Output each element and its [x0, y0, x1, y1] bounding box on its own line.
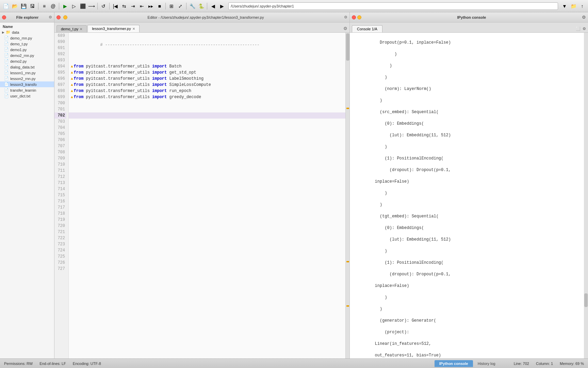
back-nav-icon[interactable]: ◀ — [209, 2, 217, 10]
warning-icon-694: ▲ — [71, 63, 73, 70]
tab-ipython-console[interactable]: IPython console — [435, 360, 473, 367]
code-line-721 — [69, 229, 345, 235]
new-file-icon[interactable]: 📄 — [2, 2, 10, 10]
editor-tab-actions: ⚙ — [343, 26, 347, 32]
path-bar[interactable]: /Users/zhudejun/.spyder-py3/chapter1 — [228, 2, 558, 10]
reload-icon[interactable]: ↺ — [100, 2, 107, 10]
bottom-tab-history-label: History log — [478, 362, 495, 366]
line-num-698: 698 — [54, 88, 66, 94]
status-permissions: Permissions: RW — [4, 362, 33, 366]
maximize-icon[interactable]: ⤢ — [177, 2, 184, 10]
code-content[interactable]: # --------------------------------------… — [69, 33, 345, 358]
tab-lesson3[interactable]: lesson3_transformer.py ✕ — [87, 25, 139, 32]
file-label: demo1.py — [10, 48, 27, 52]
path-dropdown-icon[interactable]: ▼ — [561, 2, 568, 10]
tab-console-1a[interactable]: Console 1/A — [352, 25, 382, 32]
forward-nav-icon[interactable]: ▶ — [218, 2, 226, 10]
console-scrollbar[interactable] — [584, 33, 588, 358]
fullscreen-icon[interactable]: ⊞ — [168, 2, 175, 10]
code-line-706 — [69, 137, 345, 143]
open-file-icon[interactable]: 📂 — [11, 2, 18, 10]
step-icon[interactable]: ⟶ — [88, 2, 95, 10]
python-icon[interactable]: 🐍 — [197, 2, 205, 10]
file-icon: 📄 — [4, 88, 9, 92]
sidebar-item-demo2[interactable]: 📄 demo2.py — [0, 58, 54, 64]
sidebar-item-demo-t[interactable]: 📄 demo_t.py — [0, 41, 54, 47]
line-num-714: 714 — [54, 186, 66, 192]
sync-icon[interactable]: ↑ — [578, 2, 586, 10]
connect-icon[interactable]: ⇆ — [120, 2, 128, 10]
line-num-699: 699 — [54, 94, 66, 100]
line-num-709: 709 — [54, 155, 66, 162]
sidebar-item-demo-rnn[interactable]: 📄 demo_rnn.py — [0, 35, 54, 41]
stop-icon[interactable]: ■ — [156, 2, 163, 10]
console-fullscreen-icon[interactable]: ⬜ — [576, 27, 581, 31]
save-file-icon[interactable]: 💾 — [20, 2, 27, 10]
tools-icon[interactable]: 🔧 — [189, 2, 196, 10]
line-num-710: 710 — [54, 162, 66, 168]
console-min-btn[interactable] — [357, 15, 361, 19]
run-icon[interactable]: ▶ — [61, 2, 69, 10]
close-button[interactable] — [2, 15, 6, 19]
console-tab-settings-icon[interactable]: ⚙ — [583, 27, 586, 31]
editor-close-btn[interactable] — [56, 15, 61, 19]
file-explorer-title: File explorer — [7, 15, 47, 19]
folder-label: data — [12, 30, 19, 34]
line-num-694: 694 — [54, 63, 66, 70]
sidebar-item-lesson1[interactable]: 📄 lesson1_rnn.py — [0, 70, 54, 76]
encoding-label: Encoding: UTF-8 — [73, 362, 101, 366]
run-file-icon[interactable]: ▷ — [70, 2, 78, 10]
unindent-icon[interactable]: ⇤ — [138, 2, 146, 10]
code-line-699: ▲ from pyitcast.transformer_utils import… — [69, 94, 345, 100]
editor-scrollbar[interactable] — [345, 33, 349, 358]
tab-history-log[interactable]: History log — [473, 360, 500, 367]
tab-demo-t[interactable]: demo_t.py ✕ — [56, 25, 87, 32]
code-line-701 — [69, 106, 345, 112]
file-icon: 📄 — [4, 65, 9, 69]
editor-min-btn[interactable] — [63, 15, 67, 19]
line-num-721: 721 — [54, 229, 66, 235]
tab-close-active-icon[interactable]: ✕ — [132, 27, 135, 31]
sidebar-item-lesson2[interactable]: 📄 lesson2_rnn.py — [0, 76, 54, 81]
browse-icon[interactable]: 📁 — [570, 2, 577, 10]
indent-icon[interactable]: ⇥ — [129, 2, 137, 10]
sidebar-item-user-dict[interactable]: 📄 user_dict.txt — [0, 93, 54, 99]
tab-settings-icon[interactable]: ⚙ — [343, 26, 347, 31]
list-icon[interactable]: ≡ — [40, 2, 48, 10]
gear-icon[interactable]: ⚙ — [49, 15, 52, 19]
warning-icon-696: ▲ — [71, 76, 73, 82]
console-settings-icon[interactable]: ⚙ — [582, 15, 586, 20]
at-icon[interactable]: @ — [49, 2, 57, 10]
sidebar-item-dialog[interactable]: 📄 dialog_data.txt — [0, 64, 54, 70]
file-label: demo2.py — [10, 59, 27, 63]
code-line-702[interactable] — [69, 112, 345, 119]
bottom-tab-ipython-label: IPython console — [439, 362, 468, 366]
line-num-695: 695 — [54, 70, 66, 76]
sidebar-item-transfer[interactable]: 📄 transfer_learnin — [0, 87, 54, 93]
file-label: lesson1_rnn.py — [10, 71, 36, 75]
console-output[interactable]: Dropout(p=0.1, inplace=False) ) ) ) (nor… — [350, 33, 588, 358]
line-num-711: 711 — [54, 168, 66, 174]
sidebar-item-lesson3[interactable]: 📄 lesson3_transfo — [0, 81, 54, 87]
eol-label: End-of-lines: LF — [39, 362, 66, 366]
sep7 — [207, 3, 207, 10]
sidebar-item-demo1[interactable]: 📄 demo1.py — [0, 47, 54, 52]
sidebar-item-demo2-rnn[interactable]: 📄 demo2_rnn.py — [0, 52, 54, 58]
line-num-719: 719 — [54, 217, 66, 223]
code-line-707 — [69, 143, 345, 149]
first-icon[interactable]: |◀ — [112, 2, 119, 10]
next-icon[interactable]: ▸▸ — [147, 2, 154, 10]
editor-settings-icon[interactable]: ⚙ — [344, 15, 347, 19]
line-num-718: 718 — [54, 211, 66, 217]
code-line-717 — [69, 204, 345, 211]
debug-icon[interactable]: ⬛ — [79, 2, 86, 10]
file-icon: 📄 — [4, 47, 9, 52]
code-line-705 — [69, 131, 345, 137]
save-all-icon[interactable]: 🖫 — [29, 2, 36, 10]
sidebar-item-data[interactable]: ▶ 📁 data — [0, 29, 54, 35]
tab-close-icon[interactable]: ✕ — [80, 27, 82, 31]
console-close-btn[interactable] — [352, 15, 356, 19]
line-num-705: 705 — [54, 131, 66, 137]
scrollbar-thumb[interactable] — [346, 33, 349, 61]
console-scrollbar-thumb[interactable] — [584, 293, 588, 307]
